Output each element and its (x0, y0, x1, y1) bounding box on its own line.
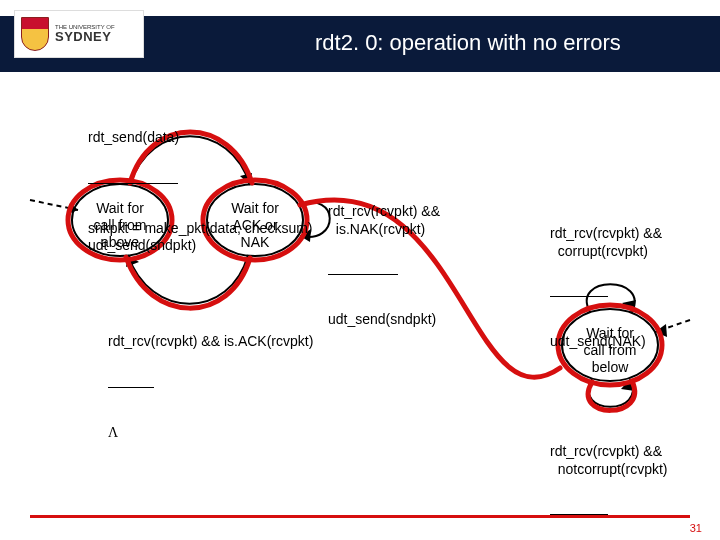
label-notcorrupt: rdt_rcv(rcvpkt) && notcorrupt(rcvpkt) ex… (550, 408, 674, 540)
ack-lambda: Λ (108, 424, 313, 442)
uni-logo: THE UNIVERSITY OF SYDNEY (14, 10, 144, 58)
svg-marker-3 (68, 203, 78, 214)
slide-title: rdt2. 0: operation with no errors (315, 30, 621, 56)
nak-action: udt_send(sndpkt) (328, 311, 440, 329)
crest-icon (21, 17, 49, 51)
send-cond: rdt_send(data) (88, 129, 313, 147)
label-ack: rdt_rcv(rcvpkt) && is.ACK(rcvpkt) Λ (108, 298, 313, 459)
send-action: snkpkt = make_pkt(data, checksum) udt_se… (88, 220, 313, 255)
corrupt-action: udt_send(NAK) (550, 333, 662, 351)
page-number: 31 (690, 522, 702, 534)
bottom-divider (30, 515, 690, 518)
label-rdt-send-event: rdt_send(data) snkpkt = make_pkt(data, c… (88, 94, 313, 272)
corrupt-cond: rdt_rcv(rcvpkt) && corrupt(rcvpkt) (550, 225, 662, 260)
ok-cond: rdt_rcv(rcvpkt) && notcorrupt(rcvpkt) (550, 443, 674, 478)
ack-cond: rdt_rcv(rcvpkt) && is.ACK(rcvpkt) (108, 333, 313, 351)
label-nak: rdt_rcv(rcvpkt) && is.NAK(rcvpkt) udt_se… (328, 168, 440, 346)
label-corrupt: rdt_rcv(rcvpkt) && corrupt(rcvpkt) udt_s… (550, 190, 662, 368)
svg-marker-8 (621, 379, 635, 391)
uni-big: SYDNEY (55, 30, 115, 44)
nak-cond: rdt_rcv(rcvpkt) && is.NAK(rcvpkt) (328, 203, 440, 238)
